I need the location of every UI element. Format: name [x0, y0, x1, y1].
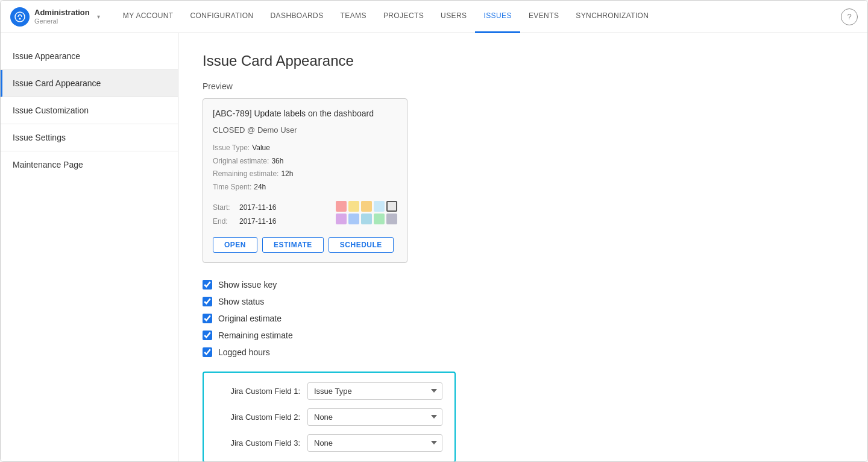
issue-card-dates-colors: Start: 2017-11-16 End: 2017-11-16: [213, 201, 397, 229]
checkbox-row-remaining-estimate: Remaining estimate: [203, 331, 843, 340]
custom-field-label-field-1: Jira Custom Field 1:: [216, 387, 300, 396]
checkbox-row-logged-hours: Logged hours: [203, 347, 843, 357]
end-value: 2017-11-16: [239, 215, 276, 229]
color-swatch-6[interactable]: [348, 214, 359, 224]
logo-text: Administration General: [34, 8, 90, 25]
color-swatch-3[interactable]: [374, 201, 385, 212]
checkbox-label-remaining-estimate: Remaining estimate: [218, 331, 293, 340]
field-row-timespent: Time Spent: 24h: [213, 181, 397, 194]
field-row-type: Issue Type: Value: [213, 142, 397, 155]
checkbox-row-show-status: Show status: [203, 297, 843, 306]
checkbox-logged-hours[interactable]: [203, 347, 212, 357]
custom-fields-box: Jira Custom Field 1:NoneIssue TypePriori…: [203, 372, 456, 461]
logo-title: Administration: [34, 8, 90, 17]
nav-projects[interactable]: PROJECTS: [375, 1, 432, 33]
field-row-original: Original estimate: 36h: [213, 155, 397, 168]
field-row-remaining: Remaining estimate: 12h: [213, 168, 397, 181]
issue-card-dates: Start: 2017-11-16 End: 2017-11-16: [213, 201, 276, 229]
checkbox-row-show-issue-key: Show issue key: [203, 280, 843, 290]
checkbox-group: Show issue keyShow statusOriginal estima…: [203, 280, 843, 357]
open-button[interactable]: OPEN: [213, 237, 257, 253]
logo-dropdown-arrow: ▾: [97, 13, 100, 20]
custom-field-label-field-3: Jira Custom Field 3:: [216, 438, 300, 448]
nav-synchronization[interactable]: SYNCHRONIZATION: [567, 1, 657, 33]
color-swatch-0[interactable]: [336, 201, 347, 212]
color-swatch-8[interactable]: [374, 214, 385, 224]
custom-field-row-field-1: Jira Custom Field 1:NoneIssue TypePriori…: [216, 382, 442, 400]
field-value-remaining: 12h: [281, 168, 293, 181]
sidebar-item-issue-appearance[interactable]: Issue Appearance: [1, 43, 178, 70]
nav-dashboards[interactable]: DASHBOARDS: [262, 1, 332, 33]
checkbox-original-estimate[interactable]: [203, 314, 212, 323]
custom-field-row-field-2: Jira Custom Field 2:NoneIssue TypePriori…: [216, 408, 442, 426]
help-button[interactable]: ?: [841, 8, 858, 25]
custom-field-label-field-2: Jira Custom Field 2:: [216, 413, 300, 422]
end-date-row: End: 2017-11-16: [213, 215, 276, 229]
field-label-type: Issue Type:: [213, 142, 250, 155]
issue-card-actions: OPEN ESTIMATE SCHEDULE: [213, 237, 397, 253]
logo-subtitle: General: [34, 17, 90, 25]
custom-field-select-field-3[interactable]: NoneIssue TypePriorityStory PointsSprint…: [307, 434, 442, 452]
nav-configuration[interactable]: CONFIGURATION: [182, 1, 262, 33]
nav-my-account[interactable]: MY ACCOUNT: [115, 1, 182, 33]
checkbox-show-status[interactable]: [203, 297, 212, 306]
checkbox-label-show-issue-key: Show issue key: [218, 280, 277, 290]
main-layout: Issue Appearance Issue Card Appearance I…: [1, 33, 867, 461]
checkbox-label-show-status: Show status: [218, 297, 264, 306]
sidebar-item-issue-card-appearance[interactable]: Issue Card Appearance: [1, 70, 178, 97]
color-swatches: [336, 201, 397, 224]
svg-point-0: [15, 12, 25, 22]
estimate-button[interactable]: ESTIMATE: [262, 237, 324, 253]
custom-field-select-field-2[interactable]: NoneIssue TypePriorityStory PointsSprint…: [307, 408, 442, 426]
nav-issues[interactable]: ISSUES: [475, 1, 520, 33]
field-label-original: Original estimate:: [213, 155, 269, 168]
color-swatch-7[interactable]: [361, 214, 372, 224]
app-container: Administration General ▾ MY ACCOUNT CONF…: [0, 0, 868, 462]
nav-events[interactable]: EVENTS: [520, 1, 567, 33]
nav-links: MY ACCOUNT CONFIGURATION DASHBOARDS TEAM…: [115, 1, 841, 33]
checkbox-label-original-estimate: Original estimate: [218, 314, 281, 323]
main-content: Issue Card Appearance Preview [ABC-789] …: [178, 33, 867, 461]
start-date-row: Start: 2017-11-16: [213, 201, 276, 215]
sidebar-item-issue-settings[interactable]: Issue Settings: [1, 124, 178, 151]
checkbox-show-issue-key[interactable]: [203, 280, 212, 290]
custom-field-row-field-3: Jira Custom Field 3:NoneIssue TypePriori…: [216, 434, 442, 452]
field-value-original: 36h: [271, 155, 283, 168]
field-label-timespent: Time Spent:: [213, 181, 251, 194]
custom-field-select-field-1[interactable]: NoneIssue TypePriorityStory PointsSprint…: [307, 382, 442, 400]
nav-users[interactable]: USERS: [432, 1, 475, 33]
sidebar: Issue Appearance Issue Card Appearance I…: [1, 33, 178, 461]
sidebar-item-maintenance-page[interactable]: Maintenance Page: [1, 151, 178, 178]
page-title: Issue Card Appearance: [203, 52, 843, 69]
checkbox-row-original-estimate: Original estimate: [203, 314, 843, 323]
issue-card-status: CLOSED @ Demo User: [213, 125, 397, 134]
nav-teams[interactable]: TEAMS: [332, 1, 375, 33]
svg-point-1: [19, 17, 21, 19]
checkbox-remaining-estimate[interactable]: [203, 331, 212, 340]
issue-card-fields: Issue Type: Value Original estimate: 36h…: [213, 142, 397, 194]
issue-card-title: [ABC-789] Update labels on the dashboard: [213, 109, 397, 118]
color-swatch-9[interactable]: [386, 214, 397, 224]
color-swatch-1[interactable]: [348, 201, 359, 212]
preview-label: Preview: [203, 81, 843, 91]
schedule-button[interactable]: SCHEDULE: [329, 237, 394, 253]
field-value-type: Value: [252, 142, 270, 155]
issue-card-preview: [ABC-789] Update labels on the dashboard…: [203, 98, 407, 263]
field-label-remaining: Remaining estimate:: [213, 168, 278, 181]
field-value-timespent: 24h: [254, 181, 266, 194]
color-swatch-5[interactable]: [336, 214, 347, 224]
checkbox-label-logged-hours: Logged hours: [218, 347, 270, 357]
end-label: End:: [213, 215, 234, 229]
logo-circle: [10, 7, 30, 27]
sidebar-item-issue-customization[interactable]: Issue Customization: [1, 97, 178, 124]
start-value: 2017-11-16: [239, 201, 276, 215]
color-swatch-2[interactable]: [361, 201, 372, 212]
color-swatch-4[interactable]: [386, 201, 397, 212]
nav-logo[interactable]: Administration General ▾: [10, 7, 100, 27]
top-nav: Administration General ▾ MY ACCOUNT CONF…: [1, 1, 867, 33]
start-label: Start:: [213, 201, 234, 215]
